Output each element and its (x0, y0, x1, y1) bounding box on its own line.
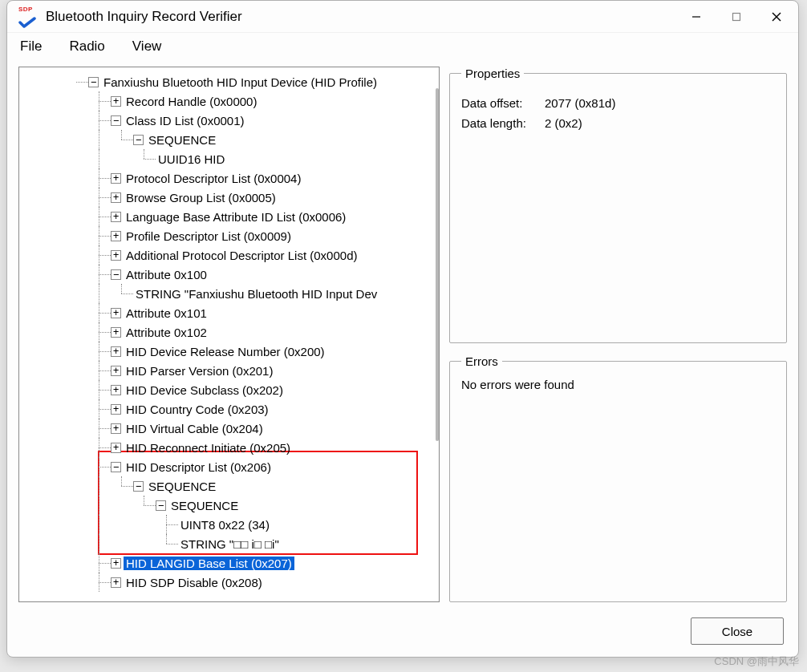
minimize-button[interactable] (676, 2, 716, 32)
app-icon: SDP (18, 7, 38, 26)
tree-row[interactable]: − SEQUENCE (21, 476, 439, 496)
expand-icon[interactable]: + (111, 577, 121, 588)
tree-row[interactable]: + HID Country Code (0x203) (21, 399, 439, 419)
body-area: − Fanxiushu Bluetooth HID Input Device (… (7, 60, 798, 613)
tree-row[interactable]: UUID16 HID (21, 149, 439, 168)
collapse-icon[interactable]: − (156, 500, 166, 511)
menu-view[interactable]: View (128, 37, 167, 56)
tree-row[interactable]: + Browse Group List (0x0005) (21, 188, 439, 207)
data-length-label: Data length: (461, 116, 545, 130)
expand-icon[interactable]: + (111, 173, 121, 184)
tree-row[interactable]: + HID Device Subclass (0x202) (21, 380, 439, 399)
collapse-icon[interactable]: − (133, 481, 144, 492)
tree-row[interactable]: − Attribute 0x100 (21, 265, 439, 284)
tree-row[interactable]: − Class ID List (0x0001) (21, 111, 439, 130)
data-offset-label: Data offset: (461, 96, 545, 110)
tree-row[interactable]: + HID Reconnect Initiate (0x205) (21, 438, 439, 457)
data-length-value: 2 (0x2) (545, 116, 582, 130)
expand-icon[interactable]: + (111, 558, 121, 569)
tree-row[interactable]: + HID SDP Disable (0x208) (21, 573, 439, 592)
menubar: File Radio View (7, 33, 798, 60)
collapse-icon[interactable]: − (133, 135, 144, 145)
collapse-icon[interactable]: − (111, 269, 121, 280)
tree-row[interactable]: + HID Virtual Cable (0x204) (21, 419, 439, 438)
expand-icon[interactable]: + (111, 192, 121, 203)
tree-row[interactable]: + Additional Protocol Descriptor List (0… (21, 245, 439, 265)
collapse-icon[interactable]: − (88, 77, 99, 87)
close-window-button[interactable] (756, 2, 797, 32)
errors-legend: Errors (461, 354, 502, 368)
footer: Close (7, 613, 798, 657)
expand-icon[interactable]: + (111, 404, 121, 415)
expand-icon[interactable]: + (111, 366, 121, 376)
collapse-icon[interactable]: − (111, 115, 121, 126)
menu-radio[interactable]: Radio (64, 37, 109, 56)
expand-icon[interactable]: + (111, 250, 121, 261)
tree-row[interactable]: + Profile Descriptor List (0x0009) (21, 226, 439, 245)
tree-row[interactable]: + Language Base Attribute ID List (0x000… (21, 207, 439, 226)
tree-panel[interactable]: − Fanxiushu Bluetooth HID Input Device (… (18, 67, 440, 602)
tree-row[interactable]: STRING "Fanxiushu Bluetooth HID Input De… (21, 284, 439, 303)
expand-icon[interactable]: + (111, 308, 121, 318)
app-window: SDP Bluetooth Inquiry Record Verifier Fi… (6, 0, 799, 658)
window-controls (676, 2, 797, 32)
right-column: Properties Data offset: 2077 (0x81d) Dat… (449, 67, 787, 602)
tree-row[interactable]: + Protocol Descriptor List (0x0004) (21, 168, 439, 188)
close-button[interactable]: Close (691, 617, 784, 645)
tree-row[interactable]: + HID Parser Version (0x201) (21, 361, 439, 380)
maximize-button[interactable] (716, 2, 756, 32)
tree-row-root[interactable]: − Fanxiushu Bluetooth HID Input Device (… (21, 72, 439, 91)
tree-row[interactable]: STRING "□□ i□ □i" (21, 534, 439, 553)
titlebar: SDP Bluetooth Inquiry Record Verifier (7, 1, 798, 33)
tree-row[interactable]: − SEQUENCE (21, 496, 439, 515)
svg-rect-1 (733, 13, 740, 20)
expand-icon[interactable]: + (111, 385, 121, 395)
expand-icon[interactable]: + (111, 212, 121, 222)
menu-file[interactable]: File (15, 37, 47, 56)
expand-icon[interactable]: + (111, 327, 121, 338)
tree-row[interactable]: − SEQUENCE (21, 130, 439, 149)
properties-panel: Properties Data offset: 2077 (0x81d) Dat… (449, 67, 787, 343)
errors-text: No errors were found (461, 378, 775, 391)
window-title: Bluetooth Inquiry Record Verifier (46, 9, 676, 25)
tree-row[interactable]: − HID Descriptor List (0x206) (21, 457, 439, 476)
expand-icon[interactable]: + (111, 423, 121, 434)
tree-row[interactable]: + Attribute 0x101 (21, 303, 439, 322)
tree-row[interactable]: + HID Device Release Number (0x200) (21, 342, 439, 361)
properties-legend: Properties (461, 67, 524, 80)
expand-icon[interactable]: + (111, 96, 121, 107)
tree-row[interactable]: + Record Handle (0x0000) (21, 91, 439, 111)
expand-icon[interactable]: + (111, 443, 121, 453)
expand-icon[interactable]: + (111, 231, 121, 241)
data-offset-value: 2077 (0x81d) (545, 96, 615, 110)
tree-row[interactable]: + Attribute 0x102 (21, 322, 439, 342)
errors-panel: Errors No errors were found (449, 354, 787, 602)
tree-row[interactable]: UINT8 0x22 (34) (21, 515, 439, 534)
tree-row-selected[interactable]: + HID LANGID Base List (0x207) (21, 553, 439, 573)
expand-icon[interactable]: + (111, 346, 121, 357)
collapse-icon[interactable]: − (111, 462, 121, 472)
